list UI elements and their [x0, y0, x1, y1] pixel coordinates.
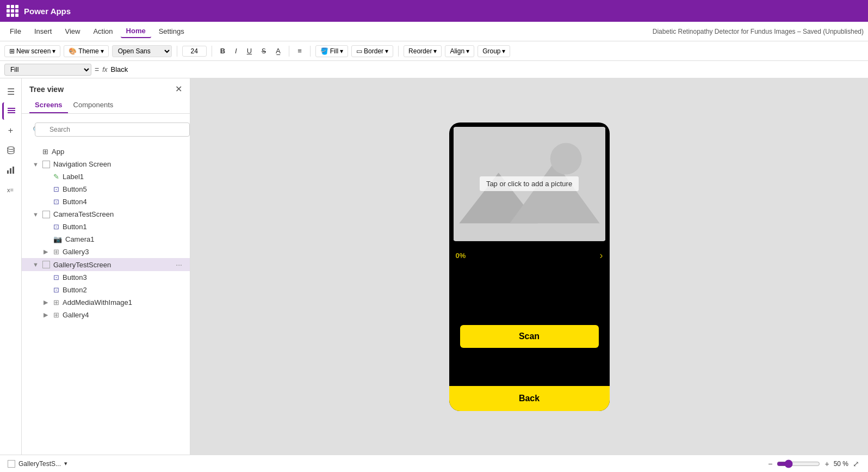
gallery4-chevron: ▶ — [44, 311, 50, 318]
border-button[interactable]: ▭ Border ▾ — [351, 45, 393, 57]
tree-close-button[interactable]: ✕ — [175, 84, 182, 94]
tree-item-label1[interactable]: ✎ Label1 — [22, 170, 190, 183]
fill-chevron: ▾ — [340, 47, 343, 55]
tree-search-input[interactable] — [35, 122, 190, 137]
tree-item-button2[interactable]: ⊡ Button2 — [22, 284, 190, 296]
button3-label: Button3 — [63, 273, 182, 281]
toolbar-sep-3 — [289, 46, 289, 57]
fit-screen-button[interactable]: ⤢ — [852, 459, 860, 468]
phone-image-area[interactable]: Tap or click to add a picture — [454, 127, 605, 241]
main-layout: ☰ + x= — [0, 78, 868, 455]
toolbar-sep-1 — [177, 46, 177, 57]
tree-header: Tree view ✕ — [22, 78, 190, 97]
menu-action[interactable]: Action — [88, 25, 118, 38]
zoom-in-button[interactable]: + — [823, 459, 830, 468]
menu-insert[interactable]: Insert — [29, 25, 58, 38]
next-chevron-button[interactable]: › — [600, 250, 603, 261]
button5-label: Button5 — [63, 185, 182, 193]
tree-tabs: Screens Components — [22, 97, 190, 114]
addmedia-label: AddMediaWithImage1 — [63, 298, 182, 307]
tree-item-gallery3[interactable]: ▶ ⊞ Gallery3 — [22, 246, 190, 258]
fill-button[interactable]: 🪣 Fill ▾ — [315, 45, 348, 57]
back-button[interactable]: Back — [449, 386, 610, 411]
menu-file[interactable]: File — [4, 25, 27, 38]
svg-rect-5 — [10, 168, 11, 174]
nav-screen-chevron: ▼ — [33, 161, 39, 168]
tree-item-button1[interactable]: ⊡ Button1 — [22, 220, 190, 233]
gallery-screen-more-button[interactable]: ··· — [176, 260, 182, 269]
data-icon-button[interactable] — [2, 142, 20, 159]
menu-settings[interactable]: Settings — [153, 25, 190, 38]
button5-icon: ⊡ — [53, 185, 59, 193]
tree-item-camera-screen[interactable]: ▼ CameraTestScreen — [22, 208, 190, 220]
vars-icon-button[interactable]: x= — [2, 181, 20, 198]
search-wrap: 🔍 — [28, 118, 183, 141]
svg-point-11 — [550, 143, 581, 174]
button2-icon: ⊡ — [53, 286, 59, 294]
label-icon: ✎ — [53, 173, 59, 181]
nav-screen-label: Navigation Screen — [53, 160, 182, 168]
tree-item-button4[interactable]: ⊡ Button4 — [22, 195, 190, 208]
group-chevron: ▾ — [502, 47, 505, 55]
app-dots-icon[interactable] — [7, 5, 18, 17]
scan-button[interactable]: Scan — [460, 325, 599, 348]
screen-chevron-bottom[interactable]: ▾ — [64, 460, 67, 467]
phone-content: 0% › Scan — [449, 246, 610, 386]
underline-button[interactable]: U — [244, 45, 255, 57]
toolbar-sep-5 — [398, 46, 399, 57]
tree-item-nav-screen[interactable]: ▼ Navigation Screen — [22, 158, 190, 170]
property-select[interactable]: Fill — [4, 64, 91, 76]
tree-item-gallery4[interactable]: ▶ ⊞ Gallery4 — [22, 309, 190, 321]
tree-item-gallery-screen[interactable]: ▼ GalleryTestScreen ··· — [22, 258, 190, 271]
current-screen-label: GalleryTestS... ▾ — [8, 460, 67, 468]
lower-spacer — [456, 353, 603, 386]
toolbar: ⊞ New screen ▾ 🎨 Theme ▾ Open Sans B I U… — [0, 41, 868, 61]
align-button[interactable]: ≡ — [294, 45, 305, 57]
app-title: Power Apps — [24, 7, 71, 16]
add-icon-button[interactable]: + — [2, 122, 20, 139]
title-bar: Power Apps — [0, 0, 868, 22]
gallery4-label: Gallery4 — [63, 311, 182, 319]
tree-item-addmedia[interactable]: ▶ ⊞ AddMediaWithImage1 — [22, 296, 190, 309]
zoom-slider[interactable] — [777, 459, 820, 468]
screen-name-label[interactable]: GalleryTestS... — [18, 460, 61, 468]
theme-button[interactable]: 🎨 Theme ▾ — [64, 45, 108, 57]
new-screen-button[interactable]: ⊞ New screen ▾ — [4, 45, 60, 57]
zoom-out-button[interactable]: − — [767, 459, 773, 468]
strikethrough-button[interactable]: S̶ — [258, 45, 269, 57]
tree-item-button3[interactable]: ⊡ Button3 — [22, 271, 190, 284]
menu-view[interactable]: View — [59, 25, 85, 38]
svg-rect-1 — [8, 110, 15, 111]
gallery-screen-icon — [42, 261, 50, 268]
reorder-button[interactable]: Reorder ▾ — [404, 45, 442, 57]
chart-icon-button[interactable] — [2, 161, 20, 179]
font-size-input[interactable] — [182, 46, 207, 57]
bottom-bar: GalleryTestS... ▾ − + 50 % ⤢ — [0, 455, 868, 472]
font-select[interactable]: Open Sans — [112, 45, 172, 57]
hamburger-menu-button[interactable]: ☰ — [2, 83, 20, 100]
tree-item-app[interactable]: ⊞ App — [22, 145, 190, 158]
image-placeholder-text[interactable]: Tap or click to add a picture — [480, 176, 579, 191]
formula-bar: Fill = fx Black — [0, 61, 868, 78]
layers-icon-button[interactable] — [2, 102, 20, 120]
bold-button[interactable]: B — [217, 45, 228, 57]
menu-home[interactable]: Home — [121, 24, 151, 38]
tree-item-camera1[interactable]: 📷 Camera1 — [22, 233, 190, 246]
align-text-button[interactable]: Align ▾ — [445, 45, 474, 57]
layers-icon — [7, 106, 16, 116]
border-icon: ▭ — [356, 47, 362, 55]
addmedia-icon: ⊞ — [53, 298, 59, 307]
italic-button[interactable]: I — [232, 45, 240, 57]
tree-item-button5[interactable]: ⊡ Button5 — [22, 183, 190, 195]
button4-label: Button4 — [63, 198, 182, 206]
formula-value[interactable]: Black — [111, 65, 864, 73]
formula-fx[interactable]: fx — [102, 66, 107, 73]
formula-equals: = — [95, 65, 99, 74]
tree-body: ⊞ App ▼ Navigation Screen ✎ Label1 — [22, 143, 190, 455]
group-button[interactable]: Group ▾ — [478, 45, 510, 57]
svg-rect-0 — [8, 108, 15, 109]
font-color-button[interactable]: A̲ — [272, 45, 284, 57]
tab-components[interactable]: Components — [68, 97, 119, 113]
fill-icon: 🪣 — [320, 47, 328, 55]
tab-screens[interactable]: Screens — [29, 97, 68, 113]
